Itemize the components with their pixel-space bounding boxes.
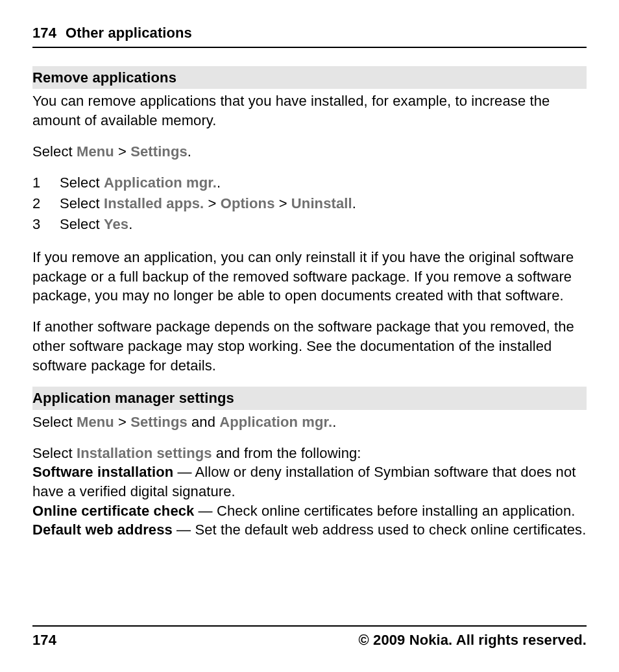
step-3: 3 Select Yes. bbox=[32, 214, 587, 235]
setting-desc: — Check online certificates before insta… bbox=[194, 503, 575, 519]
setting-term: Default web address bbox=[32, 522, 173, 538]
text-select: Select bbox=[32, 414, 77, 430]
appmgr-line-2: Select Installation settings and from th… bbox=[32, 444, 587, 463]
setting-desc: — Set the default web address used to ch… bbox=[173, 522, 587, 538]
step-period: . bbox=[217, 174, 221, 191]
appmgr-line-1: Select Menu > Settings and Application m… bbox=[32, 413, 587, 432]
footer-page-number: 174 bbox=[32, 630, 56, 650]
step-content: Select Application mgr.. bbox=[60, 173, 221, 193]
options-label: Options bbox=[221, 195, 275, 211]
uninstall-label: Uninstall bbox=[291, 195, 352, 211]
step-number: 1 bbox=[32, 173, 42, 193]
step-1: 1 Select Application mgr.. bbox=[32, 173, 587, 193]
step-2: 2 Select Installed apps. > Options > Uni… bbox=[32, 193, 587, 214]
text-select: Select bbox=[32, 143, 77, 160]
footer-copyright: © 2009 Nokia. All rights reserved. bbox=[359, 630, 587, 650]
section-heading-appmgr: Application manager settings bbox=[32, 387, 587, 410]
yes-label: Yes bbox=[104, 216, 128, 232]
step-content: Select Yes. bbox=[60, 214, 132, 235]
step-content: Select Installed apps. > Options > Unins… bbox=[60, 193, 356, 214]
remove-select-line: Select Menu > Settings. bbox=[32, 142, 587, 162]
separator-gt: > bbox=[274, 195, 291, 211]
setting-software-installation: Software installation — Allow or deny in… bbox=[32, 462, 587, 501]
text-and: and bbox=[188, 414, 219, 430]
step-text: Select bbox=[60, 174, 104, 191]
separator-gt: > bbox=[114, 414, 130, 430]
remove-para-2: If another software package depends on t… bbox=[32, 317, 587, 375]
appmgr-settings-block: Select Installation settings and from th… bbox=[32, 444, 587, 540]
application-mgr-label: Application mgr. bbox=[219, 414, 332, 430]
text-select: Select bbox=[32, 445, 77, 461]
remove-para-1: If you remove an application, you can on… bbox=[32, 248, 587, 306]
section-heading-remove: Remove applications bbox=[32, 66, 587, 90]
step-text: Select bbox=[60, 216, 104, 232]
period: . bbox=[332, 414, 336, 430]
installation-settings-label: Installation settings bbox=[77, 445, 212, 461]
separator-gt: > bbox=[114, 143, 130, 160]
setting-default-web-address: Default web address — Set the default we… bbox=[32, 520, 587, 540]
step-number: 2 bbox=[32, 193, 42, 214]
remove-steps-list: 1 Select Application mgr.. 2 Select Inst… bbox=[32, 173, 587, 235]
settings-label: Settings bbox=[130, 414, 188, 430]
header-page-number: 174 bbox=[32, 25, 56, 41]
menu-label: Menu bbox=[77, 143, 114, 160]
setting-online-cert-check: Online certificate check — Check online … bbox=[32, 501, 587, 521]
settings-label: Settings bbox=[130, 143, 188, 160]
separator-gt: > bbox=[204, 195, 220, 211]
step-period: . bbox=[128, 216, 132, 232]
installed-apps-label: Installed apps. bbox=[104, 195, 204, 211]
setting-term: Software installation bbox=[32, 464, 173, 480]
step-period: . bbox=[352, 195, 356, 211]
setting-term: Online certificate check bbox=[32, 503, 194, 519]
remove-intro: You can remove applications that you hav… bbox=[32, 91, 587, 130]
section-heading-appmgr-text: Application manager settings bbox=[32, 390, 234, 406]
page-header: 174Other applications bbox=[32, 23, 587, 48]
text-following: and from the following: bbox=[212, 445, 361, 461]
step-text: Select bbox=[60, 195, 104, 211]
header-chapter-title: Other applications bbox=[66, 25, 192, 41]
menu-label: Menu bbox=[77, 414, 114, 430]
page-body: 174Other applications Remove application… bbox=[0, 0, 619, 540]
page-footer: 174 © 2009 Nokia. All rights reserved. bbox=[32, 625, 587, 650]
step-number: 3 bbox=[32, 214, 42, 235]
application-mgr-label: Application mgr. bbox=[104, 174, 217, 191]
section-heading-remove-text: Remove applications bbox=[32, 69, 176, 86]
period: . bbox=[188, 143, 191, 160]
